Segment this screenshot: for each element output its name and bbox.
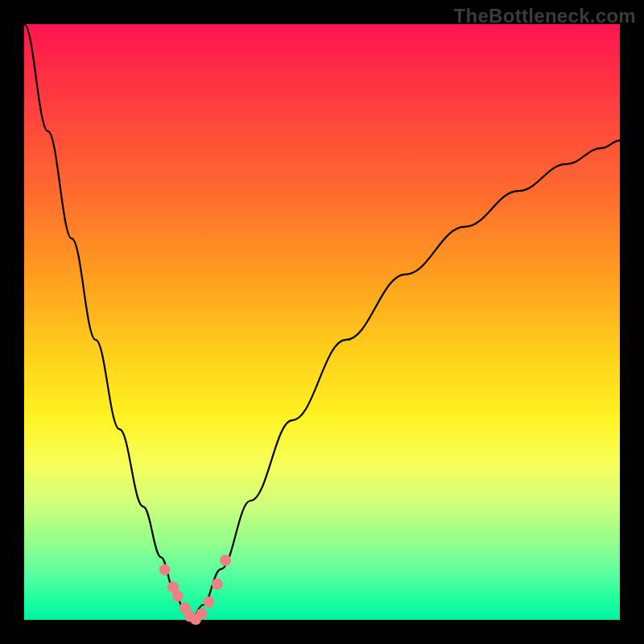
curve-right-branch — [191, 140, 620, 620]
marker-dot — [159, 564, 171, 576]
marker-cluster — [159, 555, 231, 625]
marker-dot — [203, 597, 214, 608]
curve-left-branch — [24, 24, 191, 620]
marker-dot — [220, 555, 231, 566]
marker-dot — [212, 579, 223, 590]
chart-frame: TheBottleneck.com — [0, 0, 644, 644]
plot-svg — [24, 24, 620, 620]
marker-dot — [172, 590, 184, 601]
marker-dot — [196, 609, 208, 620]
plot-area — [24, 24, 620, 620]
